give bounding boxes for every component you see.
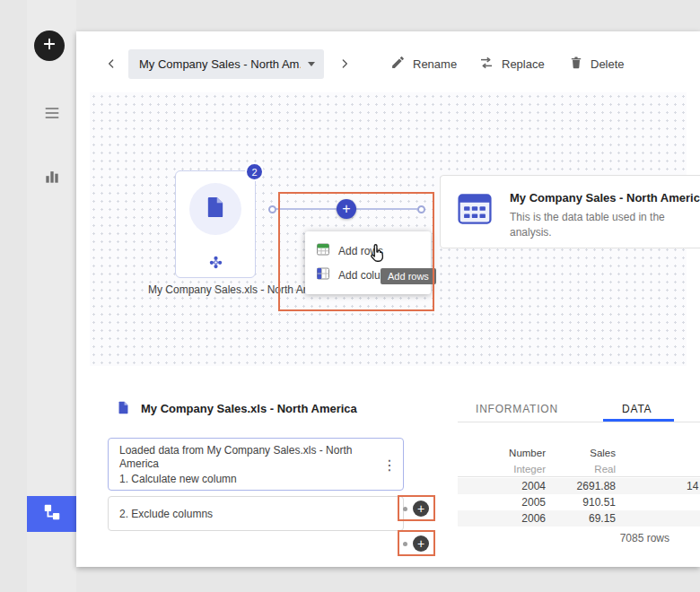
table-row: 2004 2691.88 14 xyxy=(458,478,700,494)
pencil-icon xyxy=(390,55,406,73)
table-cell: 69.15 xyxy=(547,510,616,527)
add-rows-table-icon xyxy=(316,242,330,259)
tabs-divider xyxy=(458,422,700,422)
document-icon xyxy=(203,195,228,223)
previous-dataset-button[interactable] xyxy=(100,53,123,76)
connection-point[interactable] xyxy=(268,205,276,213)
data-table-card-text: My Company Sales - North America This is… xyxy=(510,189,700,240)
chevron-down-icon xyxy=(308,62,315,66)
column-type: Integer xyxy=(470,461,546,477)
sidebar-item-data-canvas[interactable] xyxy=(27,496,76,532)
delete-label: Delete xyxy=(591,57,625,71)
data-function-icon xyxy=(208,255,223,270)
table-cell: 910.51 xyxy=(547,494,616,510)
step-text: 1. Calculate new column xyxy=(119,473,380,486)
data-table-title: My Company Sales - North America xyxy=(510,191,700,205)
sidebar-item-data[interactable] xyxy=(41,104,62,125)
next-dataset-button[interactable] xyxy=(333,53,356,76)
replace-button[interactable]: Replace xyxy=(478,51,545,76)
source-file-title: My Company Sales.xls - North America xyxy=(141,402,357,415)
add-columns-table-icon xyxy=(316,266,330,283)
dataset-selector-label: My Company Sales - North Am... xyxy=(139,57,301,71)
data-table-grid-icon xyxy=(455,189,494,232)
data-canvas-window: My Company Sales - North Am... Rename Re… xyxy=(76,31,700,567)
tab-information[interactable]: INFORMATION xyxy=(476,403,558,415)
step-text: Loaded data from My Company Sales.xls - … xyxy=(119,444,380,471)
add-transformation-button-1[interactable]: + xyxy=(413,501,429,517)
table-type-row: Integer Real xyxy=(458,461,700,477)
connection-point xyxy=(403,507,407,511)
global-add-button[interactable] xyxy=(34,30,65,61)
trash-icon xyxy=(569,56,583,73)
source-node-avatar xyxy=(189,183,241,235)
add-transformation-button-2[interactable]: + xyxy=(413,535,429,552)
chevron-right-icon xyxy=(337,57,352,74)
table-cell: 2006 xyxy=(470,510,546,527)
step-text: 2. Exclude columns xyxy=(119,508,213,520)
table-header-row: Number Sales xyxy=(458,445,700,461)
step-exclude-columns[interactable]: 2. Exclude columns xyxy=(108,496,404,531)
cursor-pointer-icon xyxy=(367,242,389,265)
node-count-badge: 2 xyxy=(245,162,264,181)
step-menu-button[interactable]: ⋮ xyxy=(381,457,398,474)
chevron-left-icon xyxy=(104,57,118,74)
data-preview-section: INFORMATION DATA Number Sales Integer Re… xyxy=(458,399,700,567)
rename-button[interactable]: Rename xyxy=(390,51,457,76)
delete-button[interactable]: Delete xyxy=(569,51,625,76)
row-count-label: 7085 rows xyxy=(544,532,669,544)
column-type: Real xyxy=(547,461,616,477)
table-cell: 2004 xyxy=(470,478,546,494)
tab-data[interactable]: DATA xyxy=(622,403,652,415)
source-node[interactable]: 2 xyxy=(175,170,256,278)
table-cell: 2691.88 xyxy=(547,478,616,494)
add-data-operation-button[interactable]: + xyxy=(337,199,356,219)
document-icon xyxy=(116,400,131,415)
canvas: 2 My Company Sales.xls - North America +… xyxy=(90,92,687,366)
data-canvas-flow-icon xyxy=(42,502,62,526)
details-panel: My Company Sales.xls - North America Loa… xyxy=(76,366,700,567)
table-row: 2006 69.15 xyxy=(458,510,700,527)
table-cell: 14 xyxy=(687,478,700,494)
column-header: Number xyxy=(470,445,546,461)
data-table-description: This is the data table used in the analy… xyxy=(510,210,689,240)
swap-arrows-icon xyxy=(478,55,494,74)
plus-icon xyxy=(41,36,57,56)
tooltip: Add rows xyxy=(381,268,436,284)
column-header: Sales xyxy=(547,445,616,461)
connection-point xyxy=(403,542,407,546)
sidebar-item-visualizations[interactable] xyxy=(41,168,62,188)
table-row: 2005 910.51 xyxy=(458,494,700,510)
list-icon xyxy=(43,104,61,126)
active-tab-indicator xyxy=(603,419,674,422)
step-loaded-data[interactable]: Loaded data from My Company Sales.xls - … xyxy=(108,438,404,491)
connection-point[interactable] xyxy=(417,205,425,213)
replace-label: Replace xyxy=(502,57,545,71)
rename-label: Rename xyxy=(413,57,457,71)
table-cell: 2005 xyxy=(470,494,546,510)
data-table-card[interactable]: My Company Sales - North America This is… xyxy=(440,175,700,248)
bar-chart-icon xyxy=(43,168,61,189)
dataset-selector[interactable]: My Company Sales - North Am... xyxy=(128,49,324,79)
